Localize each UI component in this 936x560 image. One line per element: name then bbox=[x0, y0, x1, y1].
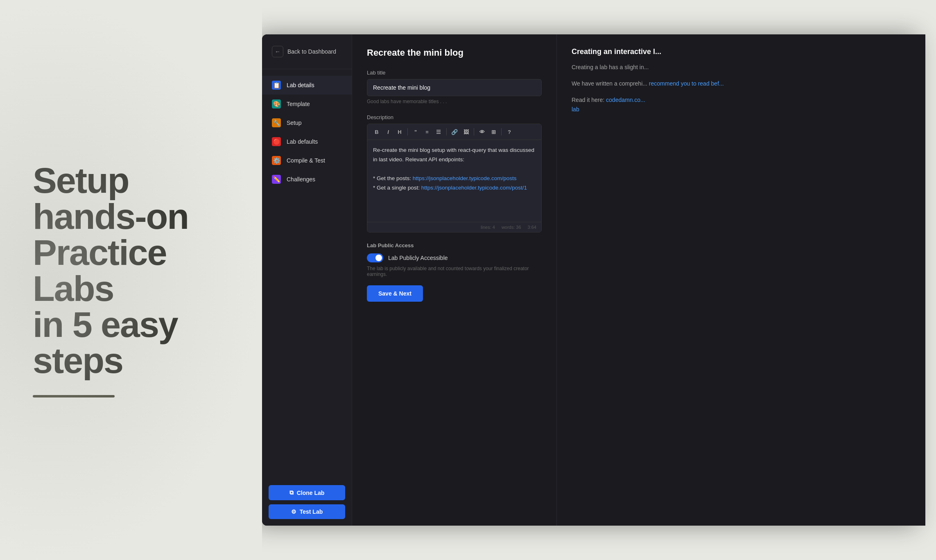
editor-stats: lines: 4 words: 36 3:64 bbox=[367, 222, 541, 232]
lab-link[interactable]: lab bbox=[572, 106, 579, 113]
challenges-icon: ✏️ bbox=[272, 175, 281, 184]
challenges-label: Challenges bbox=[287, 176, 315, 183]
sidebar-item-setup[interactable]: 🔧 Setup bbox=[262, 113, 352, 132]
hero-line4: in 5 easy steps bbox=[33, 307, 229, 379]
lab-title-input[interactable] bbox=[367, 79, 542, 96]
link-button[interactable]: 🔗 bbox=[449, 126, 460, 137]
toolbar-divider-3 bbox=[474, 128, 474, 135]
heading-button[interactable]: H bbox=[394, 126, 405, 137]
lab-defaults-label: Lab defaults bbox=[287, 138, 318, 145]
back-to-dashboard-button[interactable]: ← Back to Dashboard bbox=[262, 34, 352, 69]
public-access-toggle[interactable] bbox=[367, 253, 383, 262]
sidebar: ← Back to Dashboard 📋 Lab details 🎨 Temp… bbox=[262, 34, 352, 526]
right-panel-text2: We have written a comprehi... recommend … bbox=[572, 79, 911, 89]
test-lab-button[interactable]: ⚙ Test Lab bbox=[269, 504, 345, 519]
app-window: ← Back to Dashboard 📋 Lab details 🎨 Temp… bbox=[262, 0, 936, 560]
nav-items: 📋 Lab details 🎨 Template 🔧 Setup 🔴 Lab d… bbox=[262, 69, 352, 479]
right-panel: Creating an interactive l... Creating a … bbox=[557, 34, 925, 526]
recommend-text: We have written a comprehi... bbox=[572, 80, 647, 87]
desc-link1[interactable]: https://jsonplaceholder.typicode.com/pos… bbox=[413, 175, 517, 181]
side-by-side-button[interactable]: ⊞ bbox=[488, 126, 499, 137]
test-label: Test Lab bbox=[300, 508, 323, 515]
italic-button[interactable]: I bbox=[383, 126, 393, 137]
lab-form: Recreate the mini blog Lab title Good la… bbox=[352, 34, 557, 526]
app-inner: ← Back to Dashboard 📋 Lab details 🎨 Temp… bbox=[262, 34, 925, 526]
sidebar-item-compile-test[interactable]: ⚙️ Compile & Test bbox=[262, 151, 352, 170]
description-group: Description B I H " ≡ ☰ 🔗 🖼 bbox=[367, 114, 542, 233]
time-stat: 3:64 bbox=[528, 225, 536, 230]
access-hint: The lab is publicly available and not co… bbox=[367, 266, 542, 277]
words-stat: words: 36 bbox=[502, 225, 521, 230]
template-label: Template bbox=[287, 101, 310, 107]
public-access-title: Lab Public Access bbox=[367, 242, 542, 248]
test-icon: ⚙ bbox=[291, 508, 296, 515]
right-panel-title: Creating an interactive l... bbox=[572, 47, 911, 56]
lab-title-label: Lab title bbox=[367, 70, 542, 76]
toggle-row: Lab Publicly Accessible bbox=[367, 253, 542, 262]
desc-line4: * Get a single post: https://jsonplaceho… bbox=[373, 183, 536, 193]
description-label: Description bbox=[367, 114, 542, 120]
toolbar-divider-2 bbox=[446, 128, 447, 135]
hero-line3: Practice Labs bbox=[33, 235, 229, 307]
preview-button[interactable]: 👁 bbox=[477, 126, 487, 137]
toolbar-divider-1 bbox=[407, 128, 408, 135]
lab-details-icon: 📋 bbox=[272, 81, 281, 90]
recommend-link[interactable]: recommend you to read bef... bbox=[649, 80, 724, 87]
sidebar-item-template[interactable]: 🎨 Template bbox=[262, 95, 352, 113]
back-label: Back to Dashboard bbox=[287, 48, 336, 55]
sidebar-item-challenges[interactable]: ✏️ Challenges bbox=[262, 170, 352, 189]
clone-icon: ⧉ bbox=[289, 489, 294, 496]
setup-label: Setup bbox=[287, 120, 302, 126]
lab-title-hint: Good labs have memorable titles . . . bbox=[367, 99, 542, 104]
lab-details-label: Lab details bbox=[287, 82, 314, 88]
save-next-label: Save & Next bbox=[378, 290, 411, 297]
help-button[interactable]: ? bbox=[504, 126, 515, 137]
page-title: Recreate the mini blog bbox=[367, 47, 542, 58]
compile-test-label: Compile & Test bbox=[287, 157, 325, 164]
read-here-text: Read it here: bbox=[572, 97, 604, 103]
hero-divider bbox=[33, 395, 115, 397]
editor-body[interactable]: Re-create the mini blog setup with react… bbox=[367, 140, 541, 222]
hero-line4-in: in 5 easy steps bbox=[33, 304, 178, 381]
compile-test-icon: ⚙️ bbox=[272, 156, 281, 165]
desc-line2: in last video. Relevant API endpoints: bbox=[373, 155, 536, 165]
clone-label: Clone Lab bbox=[297, 490, 325, 496]
editor-wrapper: B I H " ≡ ☰ 🔗 🖼 👁 ⊞ bbox=[367, 124, 542, 233]
toggle-label: Lab Publicly Accessible bbox=[388, 255, 448, 261]
sidebar-buttons: ⧉ Clone Lab ⚙ Test Lab bbox=[262, 479, 352, 526]
toolbar-divider-4 bbox=[501, 128, 502, 135]
lines-stat: lines: 4 bbox=[481, 225, 495, 230]
lab-defaults-icon: 🔴 bbox=[272, 137, 281, 146]
quote-button[interactable]: " bbox=[410, 126, 421, 137]
bold-button[interactable]: B bbox=[371, 126, 382, 137]
right-panel-text3: Read it here: codedamn.co... lab bbox=[572, 95, 911, 115]
save-next-button[interactable]: Save & Next bbox=[367, 285, 423, 302]
hero-section: Setup hands-on Practice Labs in 5 easy s… bbox=[0, 0, 262, 560]
hero-title: Setup hands-on Practice Labs in 5 easy s… bbox=[33, 163, 229, 379]
sidebar-item-lab-details[interactable]: 📋 Lab details bbox=[262, 76, 352, 95]
image-button[interactable]: 🖼 bbox=[461, 126, 471, 137]
template-icon: 🎨 bbox=[272, 99, 281, 108]
clone-lab-button[interactable]: ⧉ Clone Lab bbox=[269, 485, 345, 500]
public-access-section: Lab Public Access Lab Publicly Accessibl… bbox=[367, 242, 542, 302]
right-panel-text1: Creating a lab has a slight in... bbox=[572, 63, 911, 72]
desc-line1: Re-create the mini blog setup with react… bbox=[373, 146, 536, 155]
back-arrow-icon: ← bbox=[272, 46, 283, 57]
lab-title-group: Lab title Good labs have memorable title… bbox=[367, 70, 542, 104]
main-content: Recreate the mini blog Lab title Good la… bbox=[352, 34, 925, 526]
desc-line3: * Get the posts: https://jsonplaceholder… bbox=[373, 174, 536, 183]
codedamn-link[interactable]: codedamn.co... bbox=[606, 97, 645, 103]
ol-button[interactable]: ☰ bbox=[433, 126, 444, 137]
setup-icon: 🔧 bbox=[272, 118, 281, 127]
desc-link2[interactable]: https://jsonplaceholder.typicode.com/pos… bbox=[421, 185, 527, 191]
ul-button[interactable]: ≡ bbox=[422, 126, 432, 137]
sidebar-item-lab-defaults[interactable]: 🔴 Lab defaults bbox=[262, 132, 352, 151]
hero-line2: hands-on bbox=[33, 199, 229, 235]
hero-line1: Setup bbox=[33, 163, 229, 199]
editor-toolbar: B I H " ≡ ☰ 🔗 🖼 👁 ⊞ bbox=[367, 124, 541, 140]
